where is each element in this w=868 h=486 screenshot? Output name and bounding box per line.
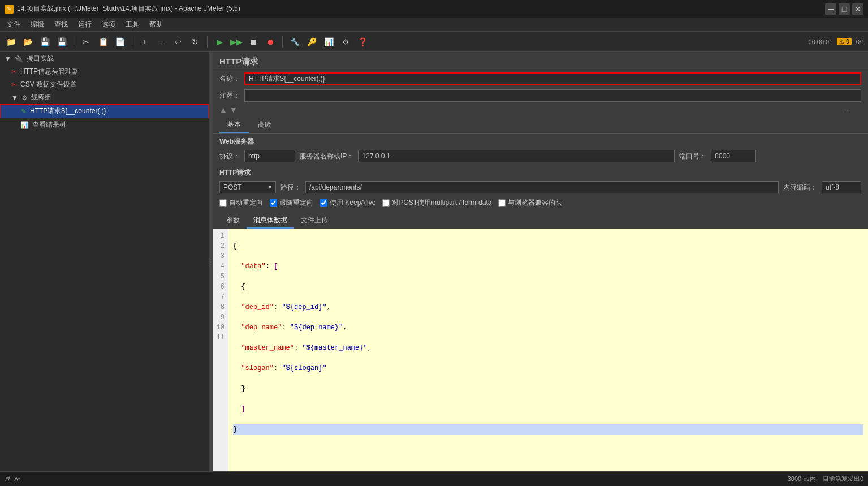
method-select[interactable]: POST GET PUT DELETE	[219, 181, 276, 193]
tree-icon-interface: 🔌	[15, 55, 23, 63]
tree-arrow-thread: ▼	[11, 94, 18, 102]
menu-bar: 文件 编辑 查找 运行 选项 工具 帮助	[0, 18, 868, 32]
toolbar-cut[interactable]: ✂	[79, 35, 93, 49]
checkbox-multipart-label: 对POST使用multipart / form-data	[392, 198, 491, 208]
tree-icon-http-request: ✎	[21, 107, 27, 115]
checkbox-keepalive-input[interactable]	[320, 199, 327, 207]
code-area[interactable]: 1 2 3 4 5 6 7 8 9 10 11 { "data": [ { "d…	[213, 229, 868, 471]
tree-label-http-request: HTTP请求${__counter(,)}	[30, 106, 106, 116]
tree-icon-thread: ⚙	[21, 94, 28, 102]
tree-item-root[interactable]: ▼ 🔌 接口实战	[0, 52, 209, 65]
toolbar-start-no-pause[interactable]: ▶▶	[229, 35, 244, 49]
tree-item-result-tree[interactable]: 📊 查看结果树	[0, 118, 209, 131]
toolbar-templates[interactable]: 📂	[20, 35, 35, 49]
sub-tab-file[interactable]: 文件上传	[294, 213, 335, 229]
line-num-10: 10	[216, 322, 224, 333]
checkboxes-row: 自动重定向 跟随重定向 使用 KeepAlive 对POST使用multipar…	[213, 196, 868, 210]
menu-tools[interactable]: 工具	[121, 19, 144, 31]
toolbar-refresh[interactable]: ↻	[188, 35, 202, 49]
checkbox-multipart[interactable]: 对POST使用multipart / form-data	[382, 198, 491, 208]
toolbar-search[interactable]: 📊	[321, 35, 336, 49]
status-right: 3000ms内 目前活塞发出0	[788, 475, 863, 483]
server-row: 协议： 服务器名称或IP： 端口号：	[213, 148, 868, 165]
code-line-11	[233, 445, 863, 455]
checkbox-auto-redirect[interactable]: 自动重定向	[219, 198, 263, 208]
line-num-11: 11	[216, 333, 224, 343]
title-bar-left: ✎ 14.项目实战.jmx (F:\JMeter_Study\14.项目实战.j…	[5, 4, 240, 14]
menu-options[interactable]: 选项	[97, 19, 120, 31]
server-label: 服务器名称或IP：	[300, 152, 353, 161]
main-layout: ▼ 🔌 接口实战 ✂ HTTP信息头管理器 ✂ CSV 数据文件设置 ▼ ⚙ 线…	[0, 52, 868, 471]
checkbox-follow-redirect-input[interactable]	[270, 199, 277, 207]
checkbox-multipart-input[interactable]	[382, 199, 390, 207]
toolbar-add[interactable]: +	[137, 35, 152, 49]
protocol-input[interactable]	[244, 150, 295, 162]
collapse-down-icon[interactable]: ▼	[230, 105, 237, 114]
tab-advanced[interactable]: 高级	[250, 118, 279, 133]
comment-input[interactable]	[244, 89, 861, 102]
status-count: 0/1	[856, 38, 865, 45]
toolbar-stop[interactable]: ⏹	[246, 35, 261, 49]
checkbox-follow-redirect[interactable]: 跟随重定向	[270, 198, 313, 208]
toolbar-save-as[interactable]: 💾	[54, 35, 69, 49]
status-bar: 局 At 3000ms内 目前活塞发出0	[0, 471, 868, 486]
toolbar-paste[interactable]: 📄	[113, 35, 127, 49]
path-input[interactable]	[305, 181, 779, 193]
code-line-8: }	[233, 384, 863, 394]
tree-item-csv[interactable]: ✂ CSV 数据文件设置	[0, 78, 209, 91]
toolbar-status: 00:00:01 ⚠ 0 0/1	[809, 38, 865, 45]
menu-find[interactable]: 查找	[50, 19, 72, 31]
toolbar-clear-all[interactable]: 🔑	[304, 35, 319, 49]
menu-help[interactable]: 帮助	[145, 19, 167, 31]
toolbar-remove[interactable]: −	[154, 35, 169, 49]
status-icon: 局	[5, 475, 11, 483]
tab-basic[interactable]: 基本	[219, 118, 249, 133]
toolbar-clear[interactable]: 🔧	[287, 35, 302, 49]
toolbar-save[interactable]: 💾	[37, 35, 52, 49]
checkbox-auto-redirect-label: 自动重定向	[229, 198, 263, 208]
name-input[interactable]	[244, 72, 861, 85]
code-content[interactable]: { "data": [ { "dep_id": "${dep_id}", "de…	[228, 229, 868, 471]
maximize-button[interactable]: □	[839, 3, 850, 15]
port-label: 端口号：	[679, 152, 706, 161]
checkbox-follow-redirect-label: 跟随重定向	[279, 198, 313, 208]
line-num-6: 6	[216, 282, 224, 292]
sub-tab-params[interactable]: 参数	[219, 213, 247, 229]
menu-run[interactable]: 运行	[74, 19, 96, 31]
close-button[interactable]: ✕	[852, 3, 863, 15]
tree-item-http-header[interactable]: ✂ HTTP信息头管理器	[0, 65, 209, 78]
checkbox-keepalive[interactable]: 使用 KeepAlive	[320, 198, 375, 208]
checkbox-browser-compat[interactable]: 与浏览器兼容的头	[498, 198, 562, 208]
toolbar-undo[interactable]: ↩	[171, 35, 185, 49]
port-input[interactable]	[711, 150, 756, 162]
toolbar-copy[interactable]: 📋	[96, 35, 110, 49]
toolbar-help[interactable]: ⚙	[338, 35, 353, 49]
server-input[interactable]	[358, 150, 675, 162]
name-label: 名称：	[219, 74, 240, 84]
checkbox-auto-redirect-input[interactable]	[219, 199, 227, 207]
tree-icon-http-header: ✂	[11, 68, 17, 76]
encoding-input[interactable]	[822, 181, 861, 193]
tree-label-root: 接口实战	[27, 54, 54, 63]
line-num-8: 8	[216, 302, 224, 312]
code-line-6: "master_name": "${master_name}",	[233, 343, 863, 353]
tree-item-thread-group[interactable]: ▼ ⚙ 线程组	[0, 91, 209, 104]
sub-tab-body[interactable]: 消息体数据	[247, 213, 294, 229]
toolbar-new[interactable]: 📁	[3, 35, 18, 49]
tree-label-thread: 线程组	[31, 93, 51, 102]
toolbar-shutdown[interactable]: ⏺	[263, 35, 278, 49]
menu-edit[interactable]: 编辑	[26, 19, 49, 31]
left-panel: ▼ 🔌 接口实战 ✂ HTTP信息头管理器 ✂ CSV 数据文件设置 ▼ ⚙ 线…	[0, 52, 209, 471]
toolbar-start[interactable]: ▶	[212, 35, 227, 49]
warning-badge: ⚠ 0	[837, 38, 851, 45]
toolbar-separator-4	[282, 36, 283, 48]
menu-file[interactable]: 文件	[2, 19, 25, 31]
checkbox-browser-compat-input[interactable]	[498, 199, 506, 207]
collapse-up-icon[interactable]: ▲	[219, 105, 227, 114]
minimize-button[interactable]: ─	[825, 3, 836, 15]
tree-label-http-header: HTTP信息头管理器	[20, 67, 79, 76]
tree-item-http-request[interactable]: ✎ HTTP请求${__counter(,)}	[0, 104, 209, 118]
line-numbers: 1 2 3 4 5 6 7 8 9 10 11	[213, 229, 228, 471]
toolbar-question[interactable]: ❓	[355, 35, 370, 49]
code-line-9: ]	[233, 404, 863, 414]
